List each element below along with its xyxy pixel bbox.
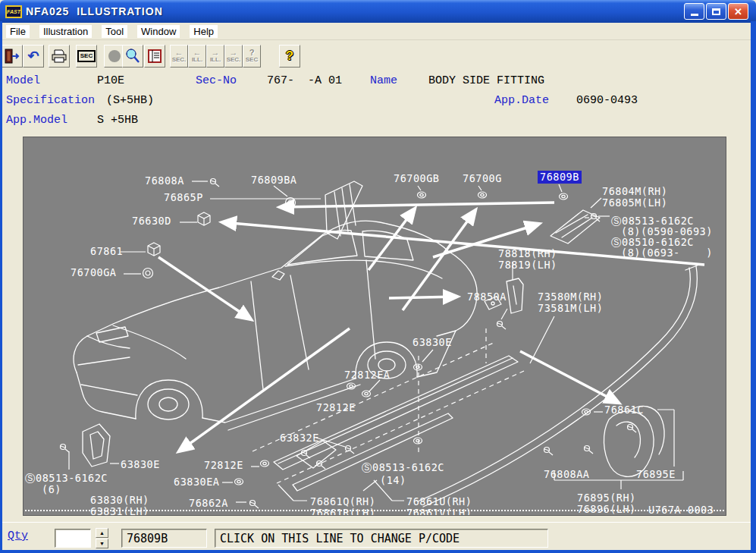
app-icon: FAST [5,5,22,18]
maximize-button[interactable] [706,3,726,20]
part-label[interactable]: 76861V(LH) [406,507,472,516]
printer-icon [51,49,67,64]
appmodel-value: S +5HB [97,114,138,127]
window-border-bottom [0,550,756,553]
part-label[interactable]: 72812E [316,402,356,413]
menu-tool[interactable]: Tool [102,25,127,38]
arrow-right-icon: → [212,49,220,56]
specification-label: Specification [6,94,95,107]
prev-section-button: ← SEC. [170,45,188,68]
part-label[interactable]: (6) [42,484,61,495]
name-value: BODY SIDE FITTING [428,74,544,87]
part-label-selected[interactable]: 76809B [538,171,582,184]
exit-door-icon [4,48,20,64]
part-label[interactable]: Ⓢ08513-6162C [25,473,108,484]
app-window: FAST NFA025 ILLUSTRATION ✕ File Illustra… [0,0,756,553]
zoom-button[interactable] [122,45,143,68]
part-label[interactable]: 78819(LH) [498,259,557,271]
part-label[interactable]: 73580M(RH) [538,291,603,303]
part-label[interactable]: (14) [380,475,406,486]
part-label[interactable]: 76700GB [394,173,439,184]
qty-spin-up-button[interactable]: ▲ [96,528,108,538]
minimize-button[interactable] [684,3,704,20]
part-label[interactable]: 76895(RH) [577,492,636,504]
part-label[interactable]: 76861Q(RH) [310,496,375,507]
model-label: Model [6,74,40,87]
question-icon: ? [249,49,255,56]
part-label[interactable]: 76808A [145,175,184,187]
arrow-right-icon: → [230,49,238,56]
part-label[interactable]: 63832E [280,432,319,444]
bottom-bar: Qty ▲ ▼ 76809B CLICK ON THIS LINE TO CHA… [0,522,756,550]
part-label[interactable]: 63830(RH) [90,495,149,506]
part-label[interactable]: 72812E [204,460,243,471]
exit-button[interactable] [2,45,23,68]
part-label[interactable]: 78818(RH) [498,248,557,259]
part-code-field[interactable]: 76809B [121,529,207,548]
minimize-icon [691,14,698,16]
specification-value: (S+5HB) [106,94,154,107]
book-icon [146,49,163,64]
part-label[interactable]: 76861U(RH) [406,496,472,507]
part-label[interactable]: 76861C [604,404,644,416]
part-label[interactable]: 76700GA [71,267,116,278]
qty-spin-down-button[interactable]: ▼ [96,539,108,548]
arrow-left-icon: ← [175,49,184,56]
sec-box-icon: SEC [77,50,96,62]
part-label[interactable]: (8)(0693- ) [621,247,713,259]
arrow-left-icon: ← [193,49,202,56]
part-label[interactable]: 76804M(RH) [602,186,667,197]
help-button[interactable]: ? [279,45,300,68]
menu-help[interactable]: Help [190,25,218,38]
part-label[interactable]: 67861 [90,246,123,257]
part-label[interactable]: 78850A [467,291,507,303]
appdate-label: App.Date [494,94,549,107]
secno-label: Sec-No [196,74,237,87]
part-label[interactable]: 76805M(LH) [602,197,667,209]
next-illustration-button: → ILL. [206,45,224,68]
prev-illustration-button: ← ILL. [188,45,206,68]
part-label[interactable]: 76700G [463,173,502,184]
menu-window[interactable]: Window [137,25,180,38]
part-label[interactable]: 76862A [189,498,228,509]
window-title: NFA025 ILLUSTRATION [26,5,163,17]
index-book-button[interactable] [144,45,165,68]
part-label[interactable]: 76808AA [544,469,589,480]
part-label[interactable]: 63830EA [174,476,219,488]
title-bar: FAST NFA025 ILLUSTRATION ✕ [0,0,756,23]
close-button[interactable]: ✕ [728,3,748,20]
undo-button[interactable]: ↶ [23,45,44,68]
part-label[interactable]: 63830E [121,459,160,470]
help-icon: ? [286,49,293,64]
part-label[interactable]: 63830E [413,337,452,348]
qty-input[interactable] [55,529,91,548]
info-panel: Model P10E Sec-No 767- -A 01 Name BODY S… [0,71,756,137]
part-label[interactable]: 76865P [164,192,203,203]
menu-bar: File Illustration Tool Window Help [0,23,756,40]
part-label[interactable]: Ⓢ08513-6162C [362,462,444,473]
cut-line [25,510,724,511]
window-border-right [751,21,756,553]
status-message-field: CLICK ON THIS LINE TO CHANGE P/CODE [215,529,548,548]
print-button[interactable] [49,45,70,68]
menu-file[interactable]: File [6,25,30,38]
part-label[interactable]: 76809BA [251,174,296,186]
secno-value: 767- -A 01 [267,74,342,87]
section-help-button: ? SEC [243,45,261,68]
magnifier-icon [124,48,141,64]
section-code-button[interactable]: SEC [76,45,97,68]
window-border-left [0,21,2,553]
part-label[interactable]: 76630D [132,215,171,227]
maximize-icon [712,8,720,15]
part-label[interactable]: 76861R(LH) [310,507,375,516]
model-value: P10E [97,74,124,87]
part-label[interactable]: 72812EA [344,369,390,381]
circle-icon [108,50,121,62]
illustration-canvas[interactable]: 76808A76865P76809BA76630D6786176700GA767… [23,137,726,516]
close-icon: ✕ [734,6,742,17]
menu-illustration[interactable]: Illustration [39,25,92,38]
part-label[interactable]: 76895E [636,469,676,480]
toolbar: ↶ SEC [0,40,756,71]
appdate-value: 0690-0493 [576,94,638,107]
part-label[interactable]: 73581M(LH) [538,303,603,314]
